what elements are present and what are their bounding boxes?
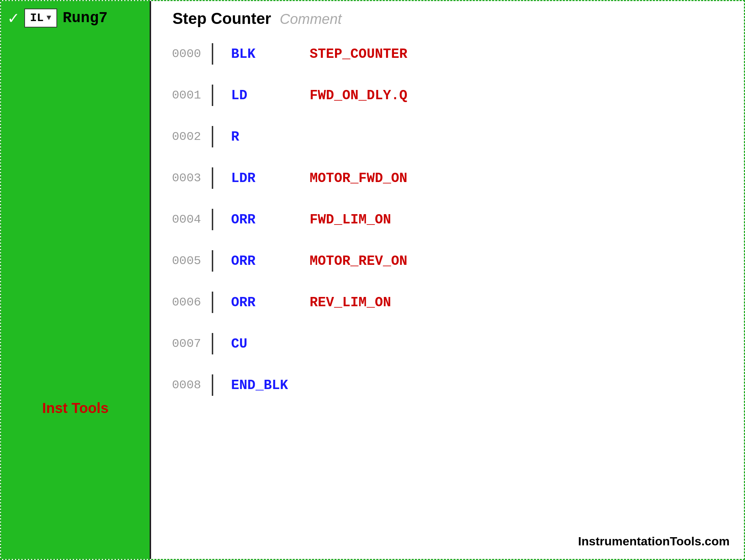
instruction-operand: MOTOR_REV_ON bbox=[310, 253, 733, 269]
rung-title: Rung7 bbox=[63, 10, 108, 27]
instruction-mnemonic: BLK bbox=[231, 46, 310, 62]
table-row: 0001LDFWD_ON_DLY.Q bbox=[162, 75, 733, 116]
instruction-operand: STEP_COUNTER bbox=[310, 46, 733, 62]
line-number: 0001 bbox=[162, 89, 212, 102]
instruction-mnemonic: R bbox=[231, 129, 310, 145]
inst-tools-label: Inst Tools bbox=[42, 400, 109, 416]
vertical-divider bbox=[212, 292, 213, 313]
table-row: 0003LDRMOTOR_FWD_ON bbox=[162, 157, 733, 199]
table-row: 0008END_BLK bbox=[162, 364, 733, 406]
table-row: 0004ORRFWD_LIM_ON bbox=[162, 199, 733, 240]
instruction-operand: FWD_ON_DLY.Q bbox=[310, 88, 733, 103]
right-panel: Step Counter Comment 0000BLKSTEP_COUNTER… bbox=[151, 1, 744, 559]
instruction-mnemonic: LD bbox=[231, 88, 310, 103]
line-number: 0003 bbox=[162, 171, 212, 185]
footer-url: InstrumentationTools.com bbox=[151, 534, 744, 559]
step-counter-header: Step Counter Comment bbox=[151, 1, 744, 33]
vertical-divider bbox=[212, 333, 213, 354]
line-number: 0002 bbox=[162, 130, 212, 143]
vertical-divider bbox=[212, 250, 213, 272]
left-panel: ✓ IL ▼ Rung7 Inst Tools bbox=[1, 1, 151, 559]
line-number: 0005 bbox=[162, 254, 212, 268]
instruction-operand: FWD_LIM_ON bbox=[310, 212, 733, 227]
table-row: 0007CU bbox=[162, 323, 733, 364]
instruction-list: 0000BLKSTEP_COUNTER0001LDFWD_ON_DLY.Q000… bbox=[151, 33, 744, 534]
line-number: 0007 bbox=[162, 337, 212, 350]
instruction-operand: MOTOR_FWD_ON bbox=[310, 171, 733, 186]
vertical-divider bbox=[212, 209, 213, 230]
step-counter-title: Step Counter bbox=[172, 10, 271, 27]
vertical-divider bbox=[212, 167, 213, 189]
il-selector[interactable]: IL ▼ bbox=[24, 9, 57, 27]
vertical-divider bbox=[212, 374, 213, 396]
instruction-mnemonic: ORR bbox=[231, 253, 310, 269]
checkmark-icon: ✓ bbox=[8, 7, 19, 29]
line-number: 0000 bbox=[162, 47, 212, 61]
line-number: 0006 bbox=[162, 296, 212, 309]
vertical-divider bbox=[212, 126, 213, 147]
table-row: 0000BLKSTEP_COUNTER bbox=[162, 33, 733, 75]
table-row: 0006ORRREV_LIM_ON bbox=[162, 282, 733, 323]
vertical-divider bbox=[212, 43, 213, 65]
instruction-mnemonic: ORR bbox=[231, 295, 310, 310]
instruction-operand: REV_LIM_ON bbox=[310, 295, 733, 310]
instruction-mnemonic: CU bbox=[231, 336, 310, 352]
instruction-mnemonic: LDR bbox=[231, 171, 310, 186]
table-row: 0002R bbox=[162, 116, 733, 157]
table-row: 0005ORRMOTOR_REV_ON bbox=[162, 240, 733, 282]
instruction-mnemonic: END_BLK bbox=[231, 378, 310, 393]
header-bar: ✓ IL ▼ Rung7 bbox=[1, 1, 150, 35]
step-counter-comment: Comment bbox=[280, 11, 341, 27]
dropdown-arrow-icon[interactable]: ▼ bbox=[46, 14, 51, 22]
vertical-divider bbox=[212, 85, 213, 106]
line-number: 0008 bbox=[162, 378, 212, 392]
instruction-mnemonic: ORR bbox=[231, 212, 310, 227]
line-number: 0004 bbox=[162, 213, 212, 226]
il-label: IL bbox=[30, 11, 44, 25]
